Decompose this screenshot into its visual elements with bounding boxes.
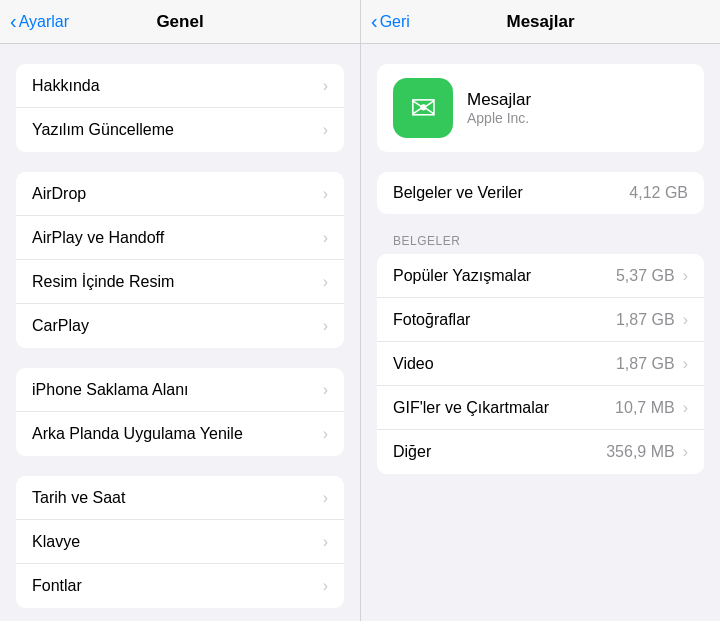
right-nav-bar: ‹ Geri Mesajlar <box>361 0 720 44</box>
right-panel: ‹ Geri Mesajlar ✉ Mesajlar Apple Inc. Be… <box>360 0 720 621</box>
list-item-populer-label: Popüler Yazışmalar <box>393 267 531 285</box>
chevron-icon-2: › <box>323 121 328 139</box>
list-item-yazilim-right: › <box>323 121 328 139</box>
list-item-gif-right: 10,7 MB › <box>615 399 688 417</box>
chevron-icon-5: › <box>323 273 328 291</box>
list-item-fontlar-label: Fontlar <box>32 577 82 595</box>
left-back-label: Ayarlar <box>19 13 69 31</box>
list-item-iphone-storage[interactable]: iPhone Saklama Alanı › <box>16 368 344 412</box>
list-item-populer-right: 5,37 GB › <box>616 267 688 285</box>
list-item-diger-label: Diğer <box>393 443 431 461</box>
list-item-airplay-label: AirPlay ve Handoff <box>32 229 164 247</box>
list-item-fontlar-right: › <box>323 577 328 595</box>
right-back-label: Geri <box>380 13 410 31</box>
left-group-2: AirDrop › AirPlay ve Handoff › Resim İçi… <box>16 172 344 348</box>
chevron-icon-6: › <box>323 317 328 335</box>
chevron-icon-4: › <box>323 229 328 247</box>
list-item-diger-right: 356,9 MB › <box>606 443 688 461</box>
list-item-fotograflar-value: 1,87 GB <box>616 311 675 329</box>
list-item-fotograflar-right: 1,87 GB › <box>616 311 688 329</box>
list-item-populer-value: 5,37 GB <box>616 267 675 285</box>
list-item-video-value: 1,87 GB <box>616 355 675 373</box>
app-icon: ✉ <box>393 78 453 138</box>
chevron-icon-11: › <box>323 577 328 595</box>
storage-value: 4,12 GB <box>629 184 688 202</box>
list-item-klavye[interactable]: Klavye › <box>16 520 344 564</box>
list-item-diger-value: 356,9 MB <box>606 443 674 461</box>
list-item-fotograflar[interactable]: Fotoğraflar 1,87 GB › <box>377 298 704 342</box>
left-back-button[interactable]: ‹ Ayarlar <box>10 10 69 33</box>
list-item-gif-label: GIF'ler ve Çıkartmalar <box>393 399 549 417</box>
list-item-arka-planda-label: Arka Planda Uygulama Yenile <box>32 425 243 443</box>
list-item-airplay-right: › <box>323 229 328 247</box>
chevron-icon-12: › <box>683 267 688 285</box>
list-item-video-label: Video <box>393 355 434 373</box>
list-item-fotograflar-label: Fotoğraflar <box>393 311 470 329</box>
list-item-tarih-right: › <box>323 489 328 507</box>
list-item-resim-right: › <box>323 273 328 291</box>
list-item-arka-planda[interactable]: Arka Planda Uygulama Yenile › <box>16 412 344 456</box>
chevron-icon-3: › <box>323 185 328 203</box>
list-item-gif[interactable]: GIF'ler ve Çıkartmalar 10,7 MB › <box>377 386 704 430</box>
list-item-video-right: 1,87 GB › <box>616 355 688 373</box>
left-panel: ‹ Ayarlar Genel Hakkında › Yazılım Günce… <box>0 0 360 621</box>
chevron-icon-16: › <box>683 443 688 461</box>
chevron-icon: › <box>323 77 328 95</box>
right-back-chevron-icon: ‹ <box>371 10 378 33</box>
left-group-1: Hakkında › Yazılım Güncelleme › <box>16 64 344 152</box>
chevron-icon-10: › <box>323 533 328 551</box>
documents-section: BELGELER Popüler Yazışmalar 5,37 GB › Fo… <box>377 234 704 474</box>
chevron-icon-13: › <box>683 311 688 329</box>
right-nav-title: Mesajlar <box>506 12 574 32</box>
list-item-airdrop-right: › <box>323 185 328 203</box>
list-item-klavye-right: › <box>323 533 328 551</box>
chevron-icon-9: › <box>323 489 328 507</box>
app-developer: Apple Inc. <box>467 110 531 126</box>
app-header: ✉ Mesajlar Apple Inc. <box>377 64 704 152</box>
list-item-gif-value: 10,7 MB <box>615 399 675 417</box>
list-item-diger[interactable]: Diğer 356,9 MB › <box>377 430 704 474</box>
list-item-carplay-label: CarPlay <box>32 317 89 335</box>
chevron-icon-14: › <box>683 355 688 373</box>
chevron-icon-8: › <box>323 425 328 443</box>
left-nav-bar: ‹ Ayarlar Genel <box>0 0 360 44</box>
list-item-airdrop-label: AirDrop <box>32 185 86 203</box>
left-back-chevron-icon: ‹ <box>10 10 17 33</box>
list-item-carplay[interactable]: CarPlay › <box>16 304 344 348</box>
left-group-4: Tarih ve Saat › Klavye › Fontlar › <box>16 476 344 608</box>
documents-group: Popüler Yazışmalar 5,37 GB › Fotoğraflar… <box>377 254 704 474</box>
list-item-hakkinda-right: › <box>323 77 328 95</box>
app-name: Mesajlar <box>467 90 531 110</box>
list-item-iphone-storage-label: iPhone Saklama Alanı <box>32 381 189 399</box>
list-item-carplay-right: › <box>323 317 328 335</box>
list-item-tarih-label: Tarih ve Saat <box>32 489 125 507</box>
list-item-fontlar[interactable]: Fontlar › <box>16 564 344 608</box>
list-item-airplay[interactable]: AirPlay ve Handoff › <box>16 216 344 260</box>
messages-icon: ✉ <box>410 89 437 127</box>
storage-label: Belgeler ve Veriler <box>393 184 523 202</box>
left-content: Hakkında › Yazılım Güncelleme › AirDrop … <box>0 44 360 621</box>
chevron-icon-15: › <box>683 399 688 417</box>
list-item-video[interactable]: Video 1,87 GB › <box>377 342 704 386</box>
documents-section-header: BELGELER <box>377 234 704 254</box>
storage-row: Belgeler ve Veriler 4,12 GB <box>377 172 704 214</box>
list-item-hakkinda-label: Hakkında <box>32 77 100 95</box>
right-back-button[interactable]: ‹ Geri <box>371 10 410 33</box>
list-item-tarih[interactable]: Tarih ve Saat › <box>16 476 344 520</box>
list-item-iphone-storage-right: › <box>323 381 328 399</box>
list-item-arka-planda-right: › <box>323 425 328 443</box>
list-item-yazilim-label: Yazılım Güncelleme <box>32 121 174 139</box>
list-item-klavye-label: Klavye <box>32 533 80 551</box>
chevron-icon-7: › <box>323 381 328 399</box>
list-item-yazilim[interactable]: Yazılım Güncelleme › <box>16 108 344 152</box>
list-item-hakkinda[interactable]: Hakkında › <box>16 64 344 108</box>
left-nav-title: Genel <box>156 12 203 32</box>
left-group-3: iPhone Saklama Alanı › Arka Planda Uygul… <box>16 368 344 456</box>
list-item-airdrop[interactable]: AirDrop › <box>16 172 344 216</box>
list-item-populer[interactable]: Popüler Yazışmalar 5,37 GB › <box>377 254 704 298</box>
list-item-resim-label: Resim İçinde Resim <box>32 273 174 291</box>
app-info: Mesajlar Apple Inc. <box>467 90 531 126</box>
right-content: ✉ Mesajlar Apple Inc. Belgeler ve Verile… <box>361 44 720 621</box>
list-item-resim[interactable]: Resim İçinde Resim › <box>16 260 344 304</box>
